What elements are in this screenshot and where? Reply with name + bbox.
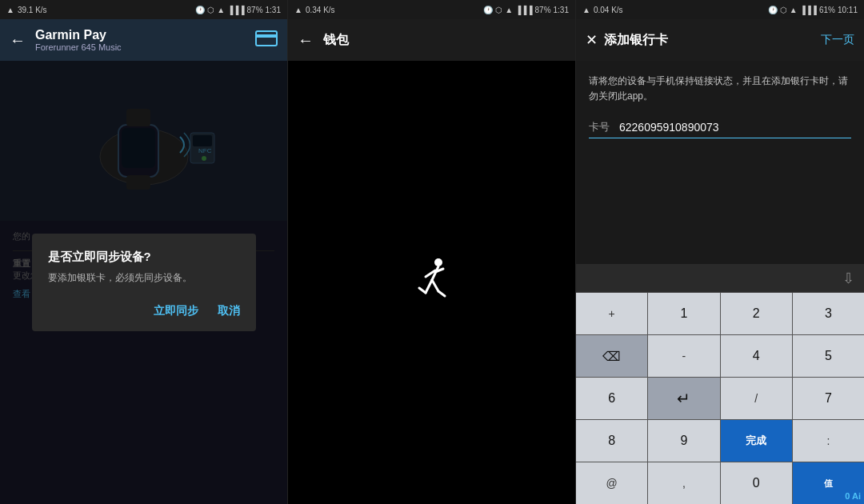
battery-1: 87% [247, 6, 263, 14]
keyboard-hide-icon[interactable]: ⇩ [842, 270, 854, 287]
card-number-row: 卡号 [589, 120, 851, 138]
key-0[interactable]: 0 [721, 462, 792, 504]
key-done[interactable]: 完成 [721, 420, 792, 462]
svg-rect-0 [256, 31, 277, 46]
clock-icon-1: 🕐 [195, 6, 205, 14]
dialog-buttons: 立即同步 取消 [48, 301, 240, 322]
app-bar-3: ✕ 添加银行卡 下一页 [576, 19, 864, 61]
signal-icon-2: ▐▐▐ [515, 6, 532, 14]
key-7[interactable]: 7 [793, 378, 864, 419]
app-bar-left-3: ✕ 添加银行卡 [586, 31, 668, 49]
bluetooth-icon-2: ⬡ [495, 6, 502, 14]
key-5[interactable]: 5 [793, 335, 864, 377]
key-slash[interactable]: / [721, 378, 792, 419]
wifi-icon-1: ▲ [217, 6, 225, 14]
status-speed-3: 0.04 K/s [594, 6, 623, 14]
key-6[interactable]: 6 [576, 378, 647, 419]
card-number-input[interactable] [619, 121, 851, 134]
app-bar-title-2: 钱包 [323, 32, 566, 49]
key-8[interactable]: 8 [576, 420, 647, 462]
close-button[interactable]: ✕ [586, 31, 598, 49]
key-1[interactable]: 1 [648, 293, 719, 334]
dialog-overlay: 是否立即同步设备? 要添加银联卡，必须先同步设备。 立即同步 取消 [0, 61, 287, 504]
wifi-icon-2: ▲ [505, 6, 513, 14]
add-card-info: 请将您的设备与手机保持链接状态，并且在添加银行卡时，请勿关闭此app。 [589, 74, 851, 104]
card-icon [255, 30, 278, 50]
keyboard-area: ⇩ + 1 2 3 ⌫ - 4 5 6 ↵ / 7 8 9 完成 : @ , [576, 264, 864, 504]
status-icon-2: ▲ [294, 6, 302, 14]
status-bar-3: ▲ 0.04 K/s 🕐 ⬡ ▲ ▐▐▐ 61% 10:11 [576, 0, 864, 19]
panel1-content: NFC 您的 重置 更改您的密码或解锁您的钱包。 查看 Garmin Pay™ … [0, 61, 287, 504]
status-speed-2: 0.34 K/s [306, 6, 335, 14]
wifi-icon-3: ▲ [790, 6, 798, 14]
time-2: 1:31 [554, 6, 569, 14]
time-3: 10:11 [838, 6, 858, 14]
key-at[interactable]: @ [576, 462, 647, 504]
battery-2: 87% [535, 6, 551, 14]
keyboard-grid: + 1 2 3 ⌫ - 4 5 6 ↵ / 7 8 9 完成 : @ , 0 值 [576, 293, 864, 504]
bluetooth-icon-1: ⬡ [207, 6, 214, 14]
svg-line-16 [438, 291, 445, 296]
bluetooth-icon-3: ⬡ [780, 6, 787, 14]
wallet-content [288, 61, 575, 504]
clock-icon-3: 🕐 [768, 6, 778, 14]
key-9[interactable]: 9 [648, 420, 719, 462]
key-colon[interactable]: : [793, 420, 864, 462]
status-right-1: 🕐 ⬡ ▲ ▐▐▐ 87% 1:31 [195, 6, 281, 14]
sync-cancel-button[interactable]: 取消 [218, 301, 240, 322]
signal-icon-3: ▐▐▐ [800, 6, 817, 14]
key-minus[interactable]: - [648, 335, 719, 377]
app-title-main: Garmin Pay [35, 28, 255, 42]
status-bar-1: ▲ 39.1 K/s 🕐 ⬡ ▲ ▐▐▐ 87% 1:31 [0, 0, 287, 19]
app-title-sub: Forerunner 645 Music [35, 42, 255, 52]
wallet-title: 钱包 [323, 32, 566, 49]
svg-line-13 [426, 280, 432, 293]
key-enter[interactable]: ↵ [648, 378, 719, 419]
back-button-2[interactable]: ← [298, 31, 314, 50]
keyboard-header: ⇩ [576, 264, 864, 293]
svg-line-15 [432, 280, 438, 291]
key-comma[interactable]: , [648, 462, 719, 504]
add-card-content: 请将您的设备与手机保持链接状态，并且在添加银行卡时，请勿关闭此app。 卡号 [576, 61, 864, 264]
svg-line-14 [419, 288, 426, 293]
panel-garmin-pay: ▲ 39.1 K/s 🕐 ⬡ ▲ ▐▐▐ 87% 1:31 ← Garmin P… [0, 0, 288, 504]
dialog-message: 要添加银联卡，必须先同步设备。 [48, 271, 240, 285]
add-card-title: 添加银行卡 [604, 32, 668, 49]
panel-add-card: ▲ 0.04 K/s 🕐 ⬡ ▲ ▐▐▐ 61% 10:11 ✕ 添加银行卡 下… [576, 0, 864, 504]
time-1: 1:31 [266, 6, 281, 14]
panel-wallet: ▲ 0.34 K/s 🕐 ⬡ ▲ ▐▐▐ 87% 1:31 ← 钱包 [288, 0, 576, 504]
signal-icon-1: ▐▐▐ [227, 6, 244, 14]
status-right-3: 🕐 ⬡ ▲ ▐▐▐ 61% 10:11 [768, 6, 858, 14]
clock-icon-2: 🕐 [483, 6, 493, 14]
key-backspace[interactable]: ⌫ [576, 335, 647, 377]
runner-svg [408, 254, 456, 302]
status-left-3: ▲ 0.04 K/s [582, 6, 623, 14]
sync-confirm-button[interactable]: 立即同步 [154, 301, 198, 322]
back-button-1[interactable]: ← [10, 31, 26, 50]
app-bar-2: ← 钱包 [288, 19, 575, 61]
dialog-title: 是否立即同步设备? [48, 250, 240, 265]
key-4[interactable]: 4 [721, 335, 792, 377]
next-button[interactable]: 下一页 [821, 33, 854, 47]
status-left-2: ▲ 0.34 K/s [294, 6, 335, 14]
status-right-2: 🕐 ⬡ ▲ ▐▐▐ 87% 1:31 [483, 6, 569, 14]
key-3[interactable]: 3 [793, 293, 864, 334]
status-left-1: ▲ 39.1 K/s [6, 6, 47, 14]
card-label: 卡号 [589, 120, 610, 134]
battery-3: 61% [819, 6, 835, 14]
status-icon-1: ▲ [6, 6, 14, 14]
status-bar-2: ▲ 0.34 K/s 🕐 ⬡ ▲ ▐▐▐ 87% 1:31 [288, 0, 575, 19]
watermark: 0 Ai [845, 491, 861, 501]
svg-rect-1 [256, 34, 277, 38]
app-bar-title-1: Garmin Pay Forerunner 645 Music [35, 28, 255, 52]
sync-dialog: 是否立即同步设备? 要添加银联卡，必须先同步设备。 立即同步 取消 [32, 234, 256, 331]
status-speed-1: 39.1 K/s [18, 6, 47, 14]
loading-runner-icon [408, 254, 456, 311]
key-plus[interactable]: + [576, 293, 647, 334]
key-2[interactable]: 2 [721, 293, 792, 334]
app-bar-1: ← Garmin Pay Forerunner 645 Music [0, 19, 287, 61]
status-icon-3: ▲ [582, 6, 590, 14]
